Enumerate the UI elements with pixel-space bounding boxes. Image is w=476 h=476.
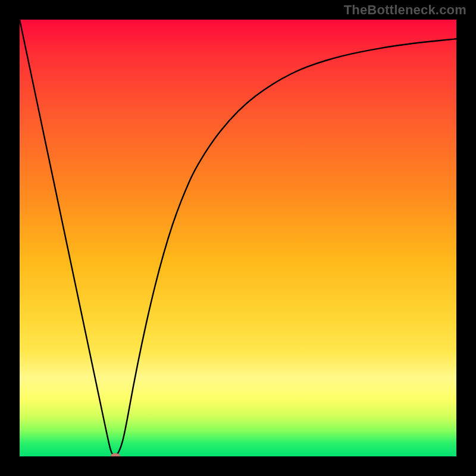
watermark-text: TheBottleneck.com: [344, 2, 466, 18]
plot-area: [20, 20, 456, 456]
optimal-point-marker: [111, 453, 120, 457]
chart-frame: TheBottleneck.com: [0, 0, 476, 476]
bottleneck-curve: [20, 20, 456, 456]
